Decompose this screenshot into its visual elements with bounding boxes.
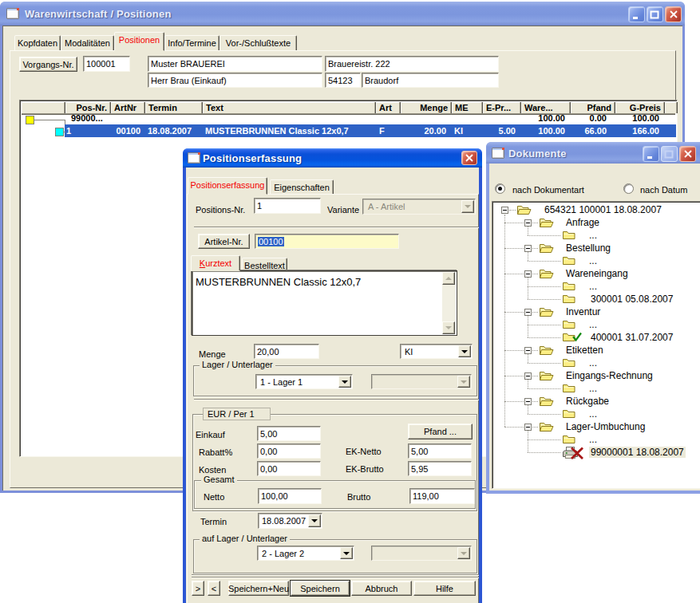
main-tab-3[interactable]: Positionen [114, 32, 164, 51]
tab-positionserfassung[interactable]: Positionserfassung [188, 177, 267, 195]
tab-bestelltext[interactable]: Bestelltext [242, 258, 287, 271]
speichern-button[interactable]: Speichern [291, 581, 350, 596]
ansprechpartner-field[interactable]: Herr Brau (Einkauf) [148, 73, 322, 88]
maximize-button[interactable] [647, 6, 663, 22]
tab-kurztext[interactable]: Kurztext [191, 255, 240, 271]
brutto-field[interactable]: 119,00 [409, 488, 475, 504]
radio-nach-datum[interactable] [623, 183, 634, 194]
lager-combo[interactable]: 1 - Lager 1 [255, 374, 353, 389]
tree-item-654321-100001-18-08-2007[interactable]: 654321 100001 18.08.2007 [494, 203, 700, 216]
tree-expander-minus[interactable] [524, 424, 532, 431]
termin-combo-arrow[interactable] [308, 514, 321, 527]
dokumente-tree-panel[interactable]: 654321 100001 18.08.2007 Anfrage ... Bes… [492, 201, 700, 489]
me-combo[interactable]: KI [400, 344, 473, 359]
hilfe-button[interactable]: Hilfe [413, 581, 476, 596]
tree-item-400001-31-07-2007[interactable]: 400001 31.07.2007 [494, 331, 700, 344]
pfand-button[interactable]: Pfand ... [408, 424, 473, 439]
separator [194, 227, 479, 228]
scroll-down-button[interactable] [442, 321, 455, 334]
abbruch-button[interactable]: Abbruch [351, 581, 412, 596]
main-window-titlebar[interactable]: Warenwirtschaft / Positionen [0, 2, 685, 26]
tree-expander-minus[interactable] [524, 309, 532, 316]
artikel-nr-field[interactable]: 00100 [255, 234, 399, 249]
tree-item-etiketten[interactable]: Etiketten [494, 344, 700, 357]
kurztext-textarea[interactable]: MUSTERBRUNNEN Classic 12x0,7 [192, 270, 457, 336]
tree-item-[interactable]: ... [494, 382, 700, 395]
positionserfassung-titlebar[interactable]: Positionserfassung [183, 148, 482, 168]
cell-menge: 20.00 [401, 124, 452, 137]
tree-item-bestellung[interactable]: Bestellung [494, 242, 700, 254]
kunde-name-field[interactable]: Muster BRAUEREI [148, 56, 322, 72]
auf-lager-combo[interactable]: 2 - Lager 2 [257, 546, 354, 561]
artikel-nr-button[interactable]: Artikel-Nr. [198, 234, 250, 249]
tree-item-300001-05-08-2007[interactable]: 300001 05.08.2007 [494, 293, 700, 305]
tree-item-[interactable]: ... [494, 408, 700, 420]
tree-expander-minus[interactable] [524, 372, 532, 380]
tree-expander-minus[interactable] [524, 270, 532, 278]
me-combo-arrow[interactable] [458, 345, 471, 357]
auf-lager-combo-arrow[interactable] [340, 547, 353, 559]
ek-netto-field[interactable]: 5,00 [408, 443, 472, 459]
netto-field[interactable]: 100,00 [258, 488, 322, 504]
tree-connector-horizontal [528, 337, 560, 338]
scroll-up-button[interactable] [442, 272, 455, 285]
positionserfassung-close-button[interactable] [461, 151, 477, 165]
tree-item-inventur[interactable]: Inventur [494, 305, 700, 318]
dokumente-titlebar[interactable]: Dokumente [486, 142, 700, 164]
tree-item-label: Eingangs-Rechnung [564, 370, 655, 381]
tree-item-99000001-18-08-2007[interactable]: 99000001 18.08.2007 [494, 446, 700, 459]
vorgangs-nr-field[interactable]: 100001 [83, 56, 130, 72]
tree-item-[interactable]: ... [494, 433, 700, 446]
strasse-field[interactable]: Brauereistr. 222 [325, 56, 499, 72]
vorgangs-nr-button[interactable]: Vorgangs-Nr. [19, 57, 77, 72]
tab-eigenschaften[interactable]: Eigenschaften [270, 179, 334, 195]
dokumente-minimize-button[interactable] [643, 146, 659, 162]
tree-expander-minus[interactable] [501, 207, 508, 214]
brutto-label: Brutto [347, 492, 370, 502]
tree-expander-minus[interactable] [524, 219, 532, 227]
dokumente-maximize-button[interactable] [661, 146, 678, 162]
table-row-1[interactable]: 99000...100.000.00100.00 [22, 112, 675, 124]
tree-item-[interactable]: ... [494, 280, 700, 293]
tree-item-[interactable]: ... [494, 254, 700, 267]
tree-expander-minus[interactable] [524, 398, 532, 405]
positionserfassung-icon [188, 152, 200, 164]
separator [194, 399, 479, 400]
tree-item-[interactable]: ... [494, 318, 700, 331]
table-row-2[interactable]: 10010018.08.2007MUSTERBRUNNEN Classic 12… [22, 124, 675, 137]
radio-nach-dokumentart[interactable] [495, 183, 505, 194]
ort-field[interactable]: Braudorf [362, 73, 499, 88]
tree-item-wareneingang[interactable]: Wareneingang [494, 267, 700, 280]
tree-item-label: ... [587, 408, 599, 420]
tree-expander-minus[interactable] [524, 347, 532, 354]
dokumente-close-button[interactable] [679, 146, 696, 162]
tree-item-rückgabe[interactable]: Rückgabe [494, 395, 700, 408]
tree-item-lager-umbuchung[interactable]: Lager-Umbuchung [494, 420, 700, 433]
main-tab-1[interactable]: Kopfdaten [14, 35, 61, 51]
main-tab-2[interactable]: Modalitäten [61, 35, 114, 51]
ek-brutto-field[interactable]: 5,95 [408, 461, 472, 476]
next-record-button[interactable]: > [192, 581, 204, 596]
plz-field[interactable]: 54123 [325, 73, 361, 88]
tree-item-[interactable]: ... [494, 229, 700, 242]
close-button[interactable] [665, 6, 682, 22]
minimize-button[interactable] [628, 6, 645, 22]
einkauf-field[interactable]: 5,00 [257, 426, 321, 441]
tree-item-eingangs-rechnung[interactable]: Eingangs-Rechnung [494, 369, 700, 382]
speichern-neu-button[interactable]: Speichern+Neu [228, 581, 289, 596]
lager-combo-arrow[interactable] [338, 376, 351, 388]
main-tab-5[interactable]: Vor-/Schlußtexte [219, 35, 297, 51]
tree-expander-minus[interactable] [524, 245, 532, 252]
rabatt-field[interactable]: 0,00 [257, 443, 321, 459]
kurztext-scrollbar[interactable] [442, 272, 456, 334]
main-tab-4[interactable]: Info/Termine [164, 35, 219, 51]
tree-item-anfrage[interactable]: Anfrage [494, 216, 700, 229]
positions-nr-field[interactable]: 1 [254, 198, 321, 214]
menge-field[interactable]: 20,00 [254, 344, 319, 359]
prev-record-button[interactable]: < [208, 581, 220, 596]
kosten-field[interactable]: 0,00 [257, 461, 321, 476]
tree-item-[interactable]: ... [494, 357, 700, 369]
tree-item-label: 300001 05.08.2007 [589, 294, 674, 305]
termin-combo[interactable]: 18.08.2007 [258, 513, 322, 529]
main-tab-label: Modalitäten [65, 38, 110, 48]
